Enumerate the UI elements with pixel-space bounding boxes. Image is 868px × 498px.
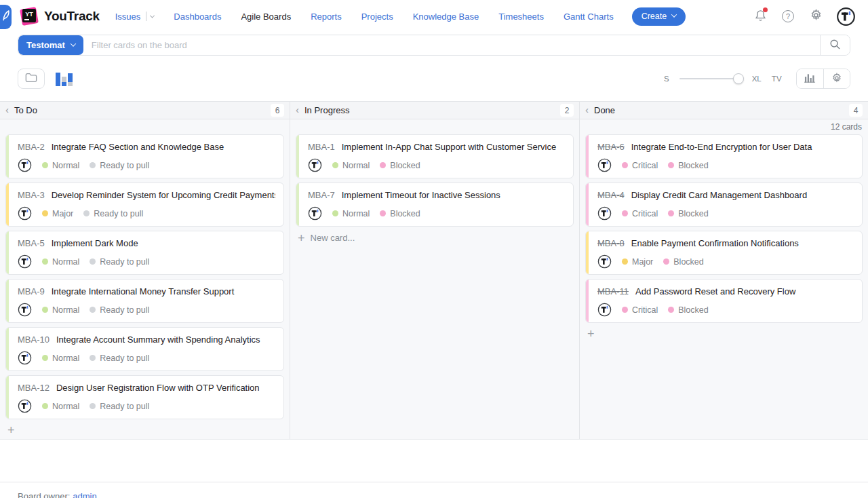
nav-item-projects[interactable]: Projects xyxy=(361,12,393,22)
card-id[interactable]: MBA-5 xyxy=(18,238,45,248)
collapse-column-icon[interactable]: ‹ xyxy=(5,104,9,115)
card-id[interactable]: MBA-10 xyxy=(18,334,50,345)
sprints-folder-button[interactable] xyxy=(18,69,45,89)
settings-button[interactable] xyxy=(808,9,823,24)
slider-track[interactable] xyxy=(679,78,742,79)
nav-item-knowledge-base[interactable]: Knowledge Base xyxy=(413,12,479,22)
tv-mode-button[interactable]: TV xyxy=(772,75,782,83)
issue-card[interactable]: MBA-12Design User Registration Flow with… xyxy=(5,375,284,419)
nav-item-gantt-charts[interactable]: Gantt Charts xyxy=(564,12,614,22)
card-id[interactable]: MBA-2 xyxy=(18,142,45,152)
priority-badge[interactable]: Normal xyxy=(42,257,79,267)
collapse-column-icon[interactable]: ‹ xyxy=(296,104,299,115)
create-button[interactable]: Create xyxy=(632,7,686,26)
state-badge[interactable]: Blocked xyxy=(663,257,703,267)
search-button[interactable] xyxy=(820,35,850,55)
issue-card[interactable]: MBA-9Integrate International Money Trans… xyxy=(5,279,284,323)
issue-card[interactable]: MBA-6Integrate End-to-End Encryption for… xyxy=(585,134,863,178)
state-badge[interactable]: Ready to pull xyxy=(90,161,149,170)
assignee-avatar[interactable] xyxy=(597,303,612,317)
state-badge[interactable]: Blocked xyxy=(668,209,708,218)
state-badge[interactable]: Blocked xyxy=(380,209,420,218)
assignee-avatar[interactable] xyxy=(18,254,32,269)
priority-badge[interactable]: Normal xyxy=(42,353,79,363)
card-id[interactable]: MBA-3 xyxy=(18,190,45,200)
assignee-avatar[interactable] xyxy=(597,254,612,269)
board-owner-link[interactable]: admin xyxy=(73,491,96,498)
new-card-button[interactable]: +New card... xyxy=(290,227,579,243)
nav-item-agile-boards[interactable]: Agile Boards xyxy=(241,12,291,22)
state-badge[interactable]: Ready to pull xyxy=(83,209,143,218)
notifications-button[interactable] xyxy=(753,9,768,24)
state-badge[interactable]: Blocked xyxy=(380,161,420,170)
state-badge[interactable]: Ready to pull xyxy=(90,305,149,315)
priority-badge[interactable]: Major xyxy=(42,209,73,218)
project-selector-label: Testomat xyxy=(26,40,65,50)
assignee-avatar[interactable] xyxy=(18,351,32,365)
nav-item-dashboards[interactable]: Dashboards xyxy=(174,12,221,22)
card-id[interactable]: MBA-1 xyxy=(308,142,335,152)
user-avatar[interactable] xyxy=(836,7,856,26)
new-card-button[interactable]: + xyxy=(0,419,290,435)
issue-card[interactable]: MBA-7Implement Timeout for Inactive Sess… xyxy=(296,183,574,227)
burndown-chart-button[interactable] xyxy=(797,69,823,88)
card-size-slider[interactable] xyxy=(679,78,742,79)
issue-card[interactable]: MBA-5Implement Dark ModeNormalReady to p… xyxy=(5,231,284,275)
state-badge[interactable]: Blocked xyxy=(668,161,708,170)
card-id[interactable]: MBA-12 xyxy=(18,383,50,393)
state-badge[interactable]: Blocked xyxy=(668,305,708,315)
issue-card[interactable]: MBA-3Develop Reminder System for Upcomin… xyxy=(5,183,284,227)
card-id[interactable]: MBA-11 xyxy=(597,286,629,296)
project-selector-button[interactable]: Testomat xyxy=(18,35,83,55)
card-id[interactable]: MBA-4 xyxy=(597,190,625,200)
assignee-avatar[interactable] xyxy=(597,206,612,221)
issue-card[interactable]: MBA-8Enable Payment Confirmation Notific… xyxy=(585,231,863,275)
slider-handle[interactable] xyxy=(733,73,744,84)
board-column-done: ‹Done412 cardsMBA-6Integrate End-to-End … xyxy=(580,101,868,439)
board-settings-button[interactable] xyxy=(823,69,850,88)
assignee-avatar[interactable] xyxy=(308,206,322,221)
priority-badge[interactable]: Normal xyxy=(42,402,79,411)
assignee-avatar[interactable] xyxy=(18,158,32,172)
nav-item-label: Dashboards xyxy=(174,12,221,22)
new-card-button[interactable]: + xyxy=(580,323,868,339)
priority-badge[interactable]: Normal xyxy=(332,209,370,218)
issue-card[interactable]: MBA-2Integrate FAQ Section and Knowledge… xyxy=(5,134,284,178)
state-dot xyxy=(380,162,386,168)
priority-badge[interactable]: Normal xyxy=(42,161,79,170)
card-id[interactable]: MBA-6 xyxy=(597,142,625,152)
card-header: MBA-1Implement In-App Chat Support with … xyxy=(308,142,565,152)
card-id[interactable]: MBA-9 xyxy=(18,286,45,296)
chevron-down-icon[interactable] xyxy=(150,13,155,18)
assignee-avatar[interactable] xyxy=(18,399,32,413)
assignee-avatar[interactable] xyxy=(18,206,32,221)
priority-badge[interactable]: Normal xyxy=(332,161,370,170)
issue-card[interactable]: MBA-1Implement In-App Chat Support with … xyxy=(296,134,574,178)
filter-input[interactable] xyxy=(83,35,820,55)
nav-item-reports[interactable]: Reports xyxy=(311,12,342,22)
state-badge[interactable]: Ready to pull xyxy=(90,353,149,363)
priority-badge[interactable]: Critical xyxy=(622,161,658,170)
issue-card[interactable]: MBA-4Display Credit Card Management Dash… xyxy=(585,183,863,227)
board-view-icon[interactable] xyxy=(56,71,73,86)
assignee-avatar[interactable] xyxy=(597,158,612,172)
assignee-avatar[interactable] xyxy=(18,303,32,317)
sidebar-toggle[interactable] xyxy=(0,5,12,29)
nav-item-issues[interactable]: Issues xyxy=(115,12,155,22)
youtrack-logo[interactable]: YT YouTrack xyxy=(20,7,100,25)
state-dot xyxy=(90,355,96,361)
priority-badge[interactable]: Critical xyxy=(622,305,658,315)
issue-card[interactable]: MBA-11Add Password Reset and Recovery Fl… xyxy=(585,279,863,323)
help-button[interactable]: ? xyxy=(781,9,795,24)
card-id[interactable]: MBA-8 xyxy=(597,238,625,248)
state-badge[interactable]: Ready to pull xyxy=(90,257,149,267)
state-badge[interactable]: Ready to pull xyxy=(90,402,149,411)
card-id[interactable]: MBA-7 xyxy=(308,190,335,200)
issue-card[interactable]: MBA-10Integrate Account Summary with Spe… xyxy=(5,327,284,371)
assignee-avatar[interactable] xyxy=(308,158,322,172)
nav-item-timesheets[interactable]: Timesheets xyxy=(498,12,544,22)
priority-badge[interactable]: Critical xyxy=(622,209,658,218)
priority-badge[interactable]: Normal xyxy=(42,305,79,315)
priority-badge[interactable]: Major xyxy=(622,257,653,267)
collapse-column-icon[interactable]: ‹ xyxy=(585,104,589,115)
